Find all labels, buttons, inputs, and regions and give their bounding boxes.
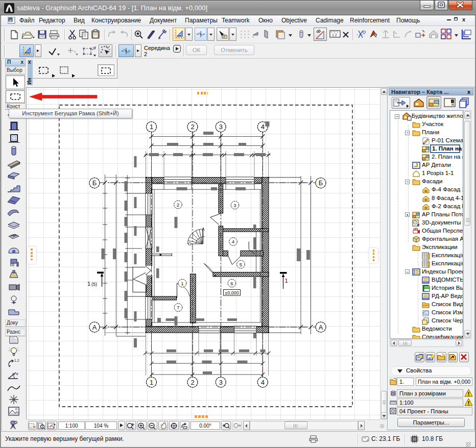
svg-text:2: 2 xyxy=(177,202,179,208)
svg-text:4: 4 xyxy=(232,239,234,244)
svg-text:5: 5 xyxy=(240,262,242,267)
svg-text:Б: Б xyxy=(319,179,323,187)
svg-text:3: 3 xyxy=(219,123,223,131)
svg-text:4: 4 xyxy=(261,379,265,386)
svg-text:6: 6 xyxy=(230,281,233,286)
svg-text:2: 2 xyxy=(191,379,194,386)
svg-text:1: 1 xyxy=(285,278,288,284)
svg-text:А: А xyxy=(92,323,97,331)
svg-text:Б: Б xyxy=(92,179,97,187)
svg-text:1: 1 xyxy=(150,123,153,131)
svg-text:±0,000: ±0,000 xyxy=(225,290,239,295)
svg-text:1.2: 1.2 xyxy=(14,359,19,362)
svg-text:1: 1 xyxy=(87,281,90,287)
svg-text:4: 4 xyxy=(261,123,265,131)
svg-text:1: 1 xyxy=(181,281,183,286)
svg-text:(5): (5) xyxy=(91,282,97,287)
svg-text:7: 7 xyxy=(177,305,179,310)
svg-text:α: α xyxy=(16,371,18,376)
svg-text:3: 3 xyxy=(219,379,223,386)
svg-text:А: А xyxy=(319,323,323,331)
svg-text:3: 3 xyxy=(233,203,236,208)
svg-text:1: 1 xyxy=(150,379,153,386)
svg-text:1 2: 1 2 xyxy=(332,33,337,37)
svg-text:2: 2 xyxy=(191,123,194,131)
